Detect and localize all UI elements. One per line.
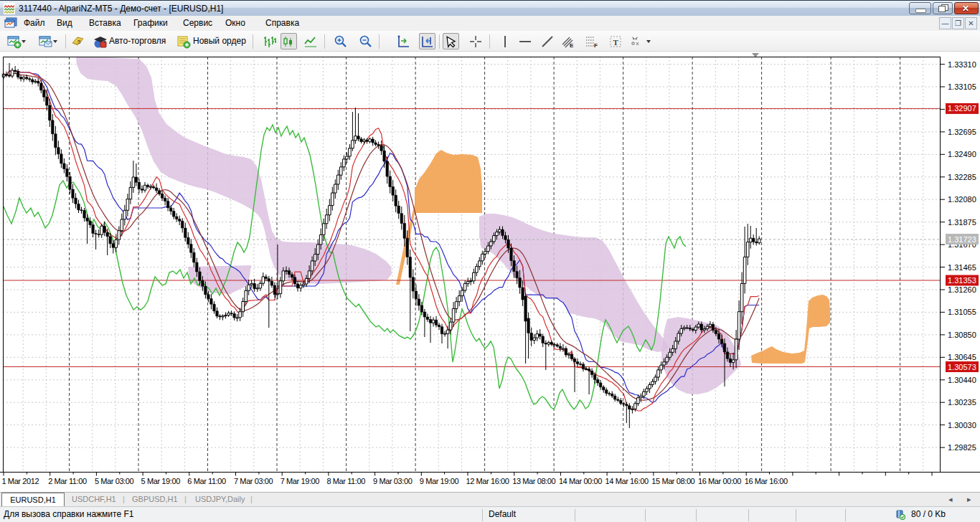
svg-text:1.30573: 1.30573: [948, 363, 976, 371]
svg-text:1.32907: 1.32907: [948, 104, 976, 113]
svg-text:14 Mar 00:00: 14 Mar 00:00: [559, 477, 602, 485]
svg-text:15 Mar 08:00: 15 Mar 08:00: [651, 477, 694, 485]
svg-text:6 Mar 11:00: 6 Mar 11:00: [187, 477, 226, 485]
svg-text:16 Mar 00:00: 16 Mar 00:00: [698, 477, 741, 485]
svg-text:13 Mar 08:00: 13 Mar 08:00: [512, 477, 555, 485]
svg-text:7 Mar 03:00: 7 Mar 03:00: [234, 477, 273, 485]
svg-text:1.32285: 1.32285: [948, 173, 976, 181]
svg-text:1.32490: 1.32490: [948, 150, 976, 158]
svg-text:9 Mar 19:00: 9 Mar 19:00: [420, 477, 459, 485]
svg-text:1.30030: 1.30030: [948, 421, 976, 430]
svg-text:F: F: [594, 42, 598, 49]
svg-text:1.29825: 1.29825: [948, 443, 976, 452]
svg-text:14 Mar 16:00: 14 Mar 16:00: [606, 477, 649, 485]
svg-text:1.31723: 1.31723: [948, 235, 976, 244]
svg-text:9 Mar 03:00: 9 Mar 03:00: [373, 477, 413, 485]
svg-text:1.31055: 1.31055: [948, 308, 976, 316]
svg-text:16 Mar 16:00: 16 Mar 16:00: [745, 477, 788, 485]
svg-text:5: 5: [77, 39, 81, 45]
svg-text:1.33310: 1.33310: [948, 60, 976, 69]
svg-text:1.32695: 1.32695: [948, 128, 976, 136]
svg-text:1 Mar 2012: 1 Mar 2012: [2, 477, 39, 485]
svg-text:1.30440: 1.30440: [948, 376, 976, 384]
svg-text:T: T: [613, 38, 619, 47]
svg-text:1.31465: 1.31465: [948, 263, 976, 272]
svg-text:1.33105: 1.33105: [948, 82, 976, 91]
svg-text:2 Mar 11:00: 2 Mar 11:00: [48, 477, 87, 485]
svg-text:1.30850: 1.30850: [948, 331, 976, 339]
svg-text:7 Mar 19:00: 7 Mar 19:00: [281, 477, 320, 485]
svg-text:1.31875: 1.31875: [948, 218, 976, 227]
svg-text:1.30235: 1.30235: [948, 398, 976, 407]
svg-text:12 Mar 16:00: 12 Mar 16:00: [466, 477, 509, 485]
svg-text:5 Mar 19:00: 5 Mar 19:00: [141, 477, 181, 485]
svg-text:1.30645: 1.30645: [948, 353, 976, 361]
svg-text:1.31353: 1.31353: [948, 276, 976, 285]
svg-text:1.31260: 1.31260: [948, 285, 976, 294]
svg-text:E: E: [570, 42, 574, 49]
svg-text:8 Mar 11:00: 8 Mar 11:00: [326, 477, 365, 485]
svg-text:5 Mar 03:00: 5 Mar 03:00: [95, 477, 134, 485]
svg-text:1.32080: 1.32080: [948, 195, 976, 204]
